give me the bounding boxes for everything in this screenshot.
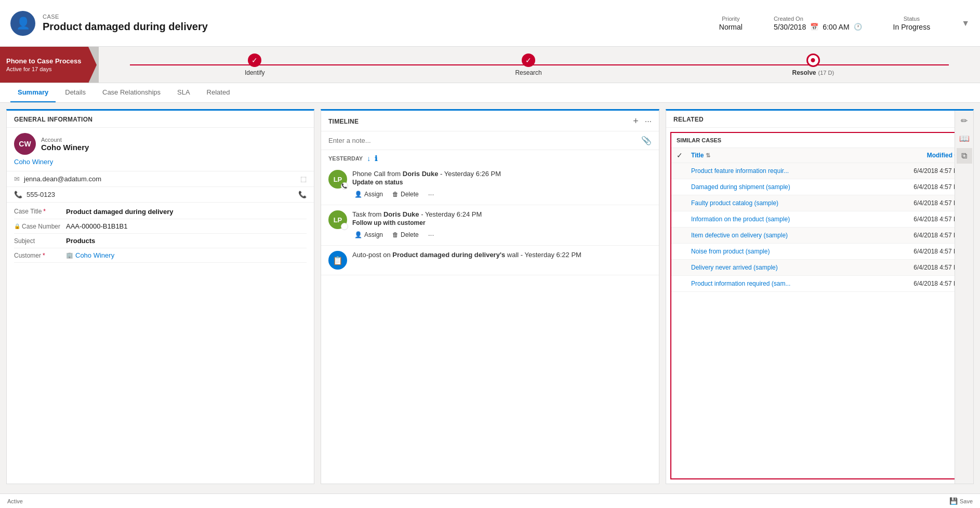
header-priority-value: Normal [719,23,743,31]
yesterday-label: YESTERDAY [328,155,363,162]
case-title-row: Case Title * Product damaged during deli… [14,205,307,219]
more-button-1[interactable]: ··· [426,230,436,240]
info-icon[interactable]: ℹ [375,154,377,163]
timeline-item-0-title: Phone Call from Doris Duke - Yesterday 6… [352,170,652,178]
header-info: CASE Product damaged during delivery [43,14,208,33]
timeline-panel: Timeline + ··· 📎 YESTERDAY ↓ ℹ LP 📞 [321,109,659,484]
fields-section: Case Title * Product damaged during deli… [7,203,314,265]
process-steps: ✓ Identify ✓ Research ⬤ Resolve (17 D) [99,47,980,83]
case-row-4: Item defective on delivery (sample) 6/4/… [671,228,968,244]
related-panel: RELATED SIMILAR CASES ✓ Title ⇅ Modified… [666,109,974,484]
tab-case-relationships[interactable]: Case Relationships [95,83,168,102]
assign-button-1[interactable]: 👤 Assign [352,230,385,239]
related-header: RELATED [666,111,973,128]
note-input[interactable] [328,137,636,144]
case-row-5: Noise from product (sample) 6/4/2018 4:5… [671,244,968,260]
tab-summary[interactable]: Summary [10,83,56,102]
process-title: Phone to Case Process [6,57,82,65]
timeline-item-1-content: Task from Doris Duke - Yesterday 6:24 PM… [352,210,652,240]
main-content: GENERAL INFORMATION CW Account Coho Wine… [0,103,980,490]
assign-icon-0: 👤 [354,191,362,198]
case-title-6[interactable]: Delivery never arrived (sample) [691,264,909,271]
case-row-3: Information on the product (sample) 6/4/… [671,211,968,228]
case-title-5[interactable]: Noise from product (sample) [691,248,909,255]
sort-down-icon[interactable]: ↓ [367,154,370,163]
timeline-add-button[interactable]: + [633,116,639,127]
case-title-7[interactable]: Product information required (sam... [691,280,909,287]
account-link[interactable]: Coho Winery [14,158,307,166]
case-title-1[interactable]: Damaged during shipment (sample) [691,183,909,191]
tab-related[interactable]: Related [200,83,237,102]
timeline-section-yesterday: YESTERDAY ↓ ℹ [321,150,659,165]
account-label: Account [41,137,89,143]
header-fields: Priority Normal Created On 5/30/2018 📅 6… [719,16,970,31]
account-name: Coho Winery [41,143,89,152]
step-research-circle: ✓ [522,54,535,67]
more-button-0[interactable]: ··· [426,189,436,199]
copy-icon-button[interactable]: ⧉ [957,148,972,164]
customer-value[interactable]: 🏢 Coho Winery [66,251,307,259]
process-label-box: Phone to Case Process Active for 17 days [0,47,88,83]
header-created-field: Created On 5/30/2018 📅 6:00 AM 🕐 [774,16,862,31]
case-title-0[interactable]: Product feature information requir... [691,167,909,175]
case-row-7: Product information required (sam... 6/4… [671,276,968,292]
delete-button-1[interactable]: 🗑 Delete [390,230,421,239]
account-section: CW Account Coho Winery Coho Winery [7,128,314,171]
timeline-header-actions: + ··· [633,116,652,127]
similar-cases-header: SIMILAR CASES [671,133,968,148]
right-sidebar: ✏ 📖 ⧉ [955,111,973,484]
title-column[interactable]: Title ⇅ [691,152,923,159]
customer-row: Customer * 🏢 Coho Winery [14,248,307,263]
created-date: 5/30/2018 [774,23,806,31]
case-title-3[interactable]: Information on the product (sample) [691,216,909,223]
case-number-value: AAA-00000-B1B1B1 [66,222,307,230]
task-badge-icon: ✓ [341,223,348,230]
subject-row: Subject Products [14,234,307,248]
timeline-item-0-subtitle: Update on status [352,179,652,186]
required-star: * [43,208,46,215]
header-chevron[interactable]: ▼ [961,19,970,28]
header-priority-label: Priority [719,16,743,22]
assign-button-0[interactable]: 👤 Assign [352,190,385,199]
book-icon-button[interactable]: 📖 [957,130,972,146]
timeline-item-2: 📋 Auto-post on Product damaged during de… [321,246,659,275]
phone-action-icon[interactable]: 📞 [298,191,307,198]
sort-icon: ⇅ [706,152,710,159]
header-created-label: Created On [774,16,862,22]
attach-icon[interactable]: 📎 [641,136,652,145]
tab-details[interactable]: Details [58,83,93,102]
case-row-1: Damaged during shipment (sample) 6/4/201… [671,179,968,195]
timeline-more-button[interactable]: ··· [645,117,652,126]
lock-field-icon: 🔒 [14,223,20,229]
edit-icon-button[interactable]: ✏ [957,113,972,128]
similar-cases-columns: ✓ Title ⇅ Modified On [671,148,968,163]
email-action-icon[interactable]: ⬚ [300,175,307,183]
timeline-avatar-1: LP ✓ [328,210,347,229]
email-text: jenna.dean@adatum.com [24,175,296,183]
customer-required: * [43,252,45,259]
subject-label: Subject [14,237,61,245]
delete-button-0[interactable]: 🗑 Delete [390,190,421,199]
case-title-4[interactable]: Item defective on delivery (sample) [691,232,909,239]
step-identify-circle: ✓ [248,54,261,67]
case-title-2[interactable]: Faulty product catalog (sample) [691,199,909,207]
delete-icon-0: 🗑 [392,191,399,198]
header-created-value: 5/30/2018 📅 6:00 AM 🕐 [774,23,862,31]
process-step-identify: ✓ Identify [245,54,265,76]
account-info: Account Coho Winery [41,137,89,152]
step-resolve-circle: ⬤ [806,54,820,67]
case-row-6: Delivery never arrived (sample) 6/4/2018… [671,260,968,276]
header-status-value: In Progress [893,23,931,31]
case-number-label: 🔒 Case Number [14,223,61,230]
account-avatar: CW [14,133,36,155]
tab-sla[interactable]: SLA [170,83,197,102]
general-info-panel: GENERAL INFORMATION CW Account Coho Wine… [6,109,314,484]
header-priority-field: Priority Normal [719,16,743,31]
similar-cases-container: SIMILAR CASES ✓ Title ⇅ Modified On Prod… [670,132,969,479]
timeline-avatar-2: 📋 [328,251,347,270]
process-step-research: ✓ Research [515,54,541,76]
process-subtitle: Active for 17 days [6,66,82,72]
step-resolve-sublabel: (17 D) [818,70,835,76]
phone-badge-icon: 📞 [341,182,348,190]
case-row-0: Product feature information requir... 6/… [671,163,968,179]
